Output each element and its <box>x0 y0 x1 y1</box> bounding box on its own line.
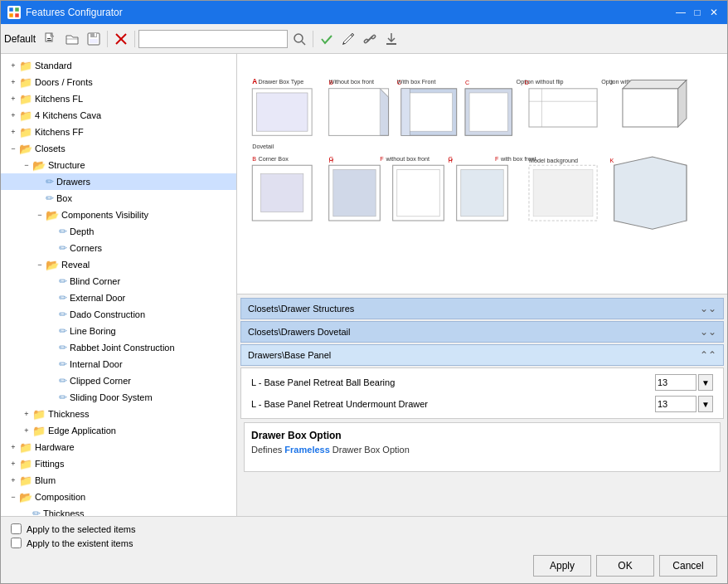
checkbox-existent-items[interactable] <box>11 538 22 548</box>
tree-item-box[interactable]: ✏ Box <box>1 190 236 207</box>
tree-label-kitchens-fl: Kitchens FL <box>35 94 83 104</box>
tree-item-comp-thickness[interactable]: ✏ Thickness <box>1 505 236 516</box>
config-value-undermount[interactable] <box>655 396 696 412</box>
tree-label-closets: Closets <box>35 144 66 153</box>
svg-rect-7 <box>47 40 51 41</box>
tree-item-rabbet[interactable]: ✏ Rabbet Joint Construction <box>1 339 236 356</box>
toolbar-delete-btn[interactable] <box>111 30 131 48</box>
tree-item-internal-door[interactable]: ✏ Internal Door <box>1 356 236 372</box>
toolbar-separator-1 <box>107 31 108 47</box>
toolbar-btn-2[interactable] <box>62 30 82 48</box>
config-dropdown-undermount[interactable]: ▼ <box>698 396 713 412</box>
toolbar: Default <box>1 24 727 54</box>
svg-rect-3 <box>15 13 19 17</box>
tree-label-line-boring: Line Boring <box>70 326 116 336</box>
maximize-button[interactable]: □ <box>691 6 704 19</box>
config-row-ball-bearing: L - Base Panel Retreat Ball Bearing ▼ <box>245 372 720 393</box>
tree-item-clipped-corner[interactable]: ✏ Clipped Corner <box>1 372 236 389</box>
expand-icon-depth <box>47 226 59 237</box>
svg-text:J: J <box>610 80 614 86</box>
title-bar: Features Configurator — □ ✕ <box>1 1 727 24</box>
svg-text:B: B <box>252 156 256 163</box>
tree-label-doors: Doors / Fronts <box>35 77 93 87</box>
toolbar-btn-3[interactable] <box>84 30 104 48</box>
minimize-button[interactable]: — <box>674 6 687 19</box>
tree-item-closets[interactable]: − 📂 Closets <box>1 140 236 157</box>
leaf-icon-rabbet: ✏ <box>59 342 67 353</box>
expand-icon-standard: + <box>7 60 19 71</box>
svg-rect-0 <box>9 7 13 12</box>
tree-item-kitchens-ff[interactable]: + 📁 Kitchens FF <box>1 124 236 140</box>
tree-item-sliding-door[interactable]: ✏ Sliding Door System <box>1 389 236 406</box>
tree-label-comp-thickness: Thickness <box>43 509 85 516</box>
tree-item-doors-fronts[interactable]: + 📁 Doors / Fronts <box>1 74 236 90</box>
tree-label-sliding: Sliding Door System <box>70 392 153 402</box>
buttons-row: Apply OK Cancel <box>11 555 717 577</box>
toolbar-btn-green[interactable] <box>317 30 337 48</box>
tree-item-line-boring[interactable]: ✏ Line Boring <box>1 323 236 339</box>
tree-item-thickness[interactable]: + 📁 Thickness <box>1 406 236 422</box>
leaf-icon-corners: ✏ <box>59 242 67 254</box>
tree-item-blum[interactable]: + 📁 Blum <box>1 472 236 489</box>
config-row-undermount: L - Base Panel Retreat Undermount Drawer… <box>245 393 720 415</box>
apply-button[interactable]: Apply <box>533 555 591 577</box>
tree-item-blind-corner[interactable]: ✏ Blind Corner <box>1 273 236 290</box>
tree-item-fittings[interactable]: + 📁 Fittings <box>1 455 236 472</box>
tree-item-external-door[interactable]: ✏ External Door <box>1 290 236 306</box>
svg-text:With box Front: With box Front <box>397 79 436 85</box>
checkbox-selected-items[interactable] <box>11 523 22 534</box>
folder-icon-structure: 📂 <box>32 159 46 172</box>
cancel-button[interactable]: Cancel <box>659 555 717 577</box>
svg-marker-45 <box>623 80 687 89</box>
toolbar-btn-arrow[interactable] <box>381 30 401 48</box>
tree-item-comp-vis[interactable]: − 📂 Components Visibility <box>1 207 236 223</box>
toolbar-btn-pencil[interactable] <box>338 30 358 48</box>
tree-label-kitchens-ff: Kitchens FF <box>35 127 84 137</box>
preset-label: Default <box>4 33 36 45</box>
tree-item-kitchens-cava[interactable]: + 📁 4 Kitchens Cava <box>1 107 236 124</box>
section-drawers-dovetail[interactable]: Closets\Drawers Dovetail ⌄⌄ <box>240 321 724 343</box>
tree-label-edge-app: Edge Application <box>48 426 116 436</box>
tree-item-dado[interactable]: ✏ Dado Construction <box>1 306 236 323</box>
toolbar-btn-chain[interactable] <box>360 30 380 48</box>
tree-item-reveal[interactable]: − 📂 Reveal <box>1 256 236 273</box>
config-value-ball-bearing[interactable] <box>655 374 696 391</box>
svg-marker-30 <box>329 89 381 135</box>
svg-text:K: K <box>610 158 614 164</box>
toolbar-separator-3 <box>313 31 313 47</box>
tree-item-edge-app[interactable]: + 📁 Edge Application <box>1 422 236 439</box>
toolbar-btn-1[interactable] <box>41 30 61 48</box>
expand-icon-int-door <box>47 358 59 370</box>
leaf-icon-box: ✏ <box>46 192 54 204</box>
expand-icon-structure: − <box>21 159 32 171</box>
expand-icon-sliding <box>47 392 59 403</box>
tree-item-structure[interactable]: − 📂 Structure <box>1 157 236 173</box>
tree-item-hardware[interactable]: + 📁 Hardware <box>1 439 236 455</box>
tree-item-composition[interactable]: − 📂 Composition <box>1 489 236 505</box>
close-button[interactable]: ✕ <box>707 6 721 19</box>
checkbox-row-existent: Apply to the existent items <box>11 538 717 548</box>
search-input[interactable] <box>138 30 288 48</box>
section-base-panel[interactable]: Drawers\Base Panel ⌃⌃ <box>240 344 724 366</box>
tree-item-corners[interactable]: ✏ Corners <box>1 240 236 256</box>
tree-item-drawers[interactable]: ✏ Drawers <box>1 173 236 190</box>
svg-rect-17 <box>371 34 376 39</box>
search-button[interactable] <box>289 30 309 48</box>
tree-label-fittings: Fittings <box>35 459 64 469</box>
window-title: Features Configurator <box>26 7 123 18</box>
leaf-icon-clipped: ✏ <box>59 375 67 387</box>
section-drawers-dovetail-title: Closets\Drawers Dovetail <box>248 327 350 337</box>
config-dropdown-ball-bearing[interactable]: ▼ <box>698 374 713 391</box>
tree-label-blum: Blum <box>35 475 56 485</box>
svg-text:Without box front: Without box front <box>329 79 374 85</box>
svg-rect-35 <box>401 89 410 135</box>
tree-item-depth[interactable]: ✏ Depth <box>1 223 236 240</box>
tree-label-depth: Depth <box>70 226 94 236</box>
section-drawer-structures[interactable]: Closets\Drawer Structures ⌄⌄ <box>240 298 724 319</box>
tree-item-kitchens-fl[interactable]: + 📁 Kitchens FL <box>1 90 236 107</box>
tree-item-standard[interactable]: + 📁 Standard <box>1 57 236 74</box>
svg-text:Drawer Box Type: Drawer Box Type <box>258 79 303 85</box>
expand-icon-kitchens-cava: + <box>7 110 19 121</box>
svg-rect-16 <box>364 38 369 43</box>
ok-button[interactable]: OK <box>596 555 654 577</box>
